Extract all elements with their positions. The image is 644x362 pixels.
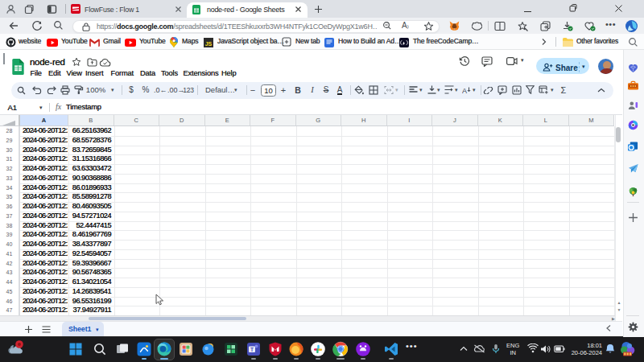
svg-text:JS: JS <box>205 40 213 46</box>
svg-text:T: T <box>250 347 254 352</box>
svg-text:A: A <box>462 87 467 95</box>
